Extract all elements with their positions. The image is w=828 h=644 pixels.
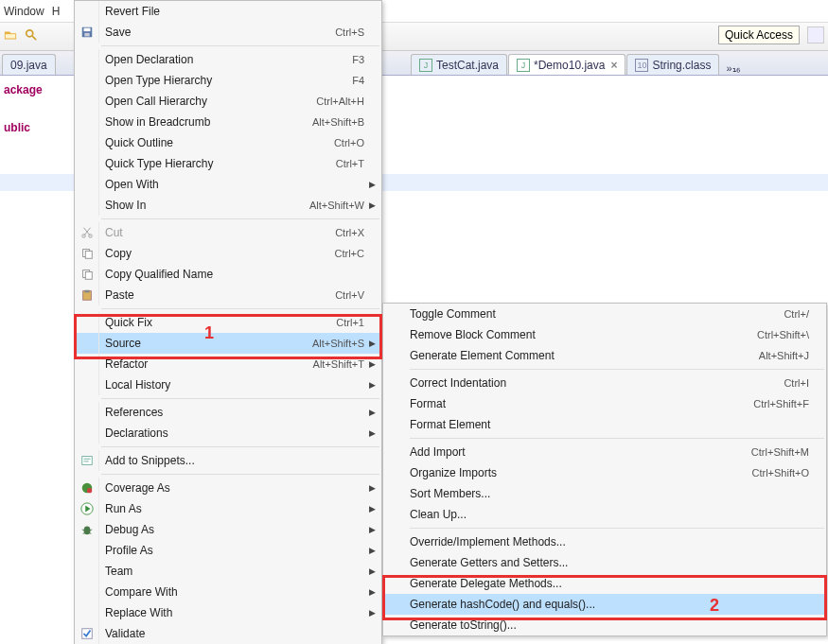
menu-item-toggle-comment[interactable]: Toggle CommentCtrl+/: [383, 304, 826, 324]
menu-item-generate-delegate-methods[interactable]: Generate Delegate Methods...: [383, 573, 826, 594]
menu-item-clean-up[interactable]: Clean Up...: [383, 504, 826, 525]
svg-rect-10: [85, 251, 92, 258]
save-icon: [75, 22, 99, 43]
menu-item-organize-imports[interactable]: Organize ImportsCtrl+Shift+O: [383, 462, 826, 483]
menu-shortcut: Alt+Shift+B: [312, 116, 381, 128]
menu-item-save[interactable]: SaveCtrl+S: [75, 22, 381, 43]
menu-item-refactor[interactable]: RefactorAlt+Shift+T▶: [75, 354, 381, 374]
menu-label: Compare With: [99, 585, 381, 599]
tabs-overflow[interactable]: »₁₆: [720, 62, 745, 75]
menu-item-validate[interactable]: Validate: [75, 623, 381, 644]
menu-help[interactable]: H: [52, 5, 61, 18]
quick-access[interactable]: Quick Access: [718, 26, 800, 44]
svg-rect-14: [84, 290, 89, 293]
menu-item-debug-as[interactable]: Debug As▶: [75, 519, 381, 540]
menu-window[interactable]: Window: [4, 5, 44, 18]
submenu-arrow-icon: ▶: [369, 546, 376, 555]
menu-item-format-element[interactable]: Format Element: [383, 414, 826, 435]
menu-item-profile-as[interactable]: Profile As▶: [75, 540, 381, 561]
tab-label: TestCat.java: [436, 59, 499, 72]
debug-icon: [75, 519, 99, 540]
menu-label: Format Element: [404, 418, 826, 431]
menu-item-declarations[interactable]: Declarations▶: [75, 423, 381, 444]
tab-demo10[interactable]: J*Demo10.java×: [508, 54, 625, 75]
tab-label: *Demo10.java: [534, 59, 605, 72]
menu-item-add-to-snippets[interactable]: Add to Snippets...: [75, 450, 381, 471]
menu-item-copy-qualified-name[interactable]: Copy Qualified Name: [75, 264, 381, 285]
menu-item-open-type-hierarchy[interactable]: Open Type HierarchyF4: [75, 70, 381, 91]
menu-label: Override/Implement Methods...: [404, 535, 826, 548]
menu-item-compare-with[interactable]: Compare With▶: [75, 582, 381, 602]
menu-item-generate-getters-and-setters[interactable]: Generate Getters and Setters...: [383, 552, 826, 573]
open-icon[interactable]: [4, 28, 21, 45]
menu-item-show-in-breadcrumb[interactable]: Show in BreadcrumbAlt+Shift+B: [75, 112, 381, 132]
menu-item-team[interactable]: Team▶: [75, 561, 381, 582]
menu-item-open-with[interactable]: Open With▶: [75, 174, 381, 195]
menu-item-copy[interactable]: CopyCtrl+C: [75, 243, 381, 264]
menu-shortcut: Ctrl+Alt+H: [316, 96, 381, 107]
submenu-arrow-icon: ▶: [369, 566, 376, 576]
menu-item-override-implement-methods[interactable]: Override/Implement Methods...: [383, 531, 826, 552]
search-icon[interactable]: [25, 28, 42, 45]
menu-item-local-history[interactable]: Local History▶: [75, 374, 381, 395]
menu-item-paste[interactable]: PasteCtrl+V: [75, 285, 381, 305]
menu-item-replace-with[interactable]: Replace With▶: [75, 602, 381, 623]
menu-label: Correct Indentation: [404, 376, 784, 390]
source-submenu: Toggle CommentCtrl+/Remove Block Comment…: [382, 303, 827, 636]
menu-item-add-import[interactable]: Add ImportCtrl+Shift+M: [383, 442, 826, 462]
menu-label: Toggle Comment: [404, 307, 784, 321]
menu-item-generate-tostring[interactable]: Generate toString()...: [383, 615, 826, 635]
menu-item-run-as[interactable]: Run As▶: [75, 498, 381, 519]
menu-item-sort-members[interactable]: Sort Members...: [383, 483, 826, 504]
menu-item-references[interactable]: References▶: [75, 402, 381, 423]
submenu-arrow-icon: ▶: [369, 504, 376, 513]
menu-label: Show in Breadcrumb: [99, 115, 312, 129]
menu-label: Debug As: [99, 523, 381, 536]
menu-label: References: [99, 406, 381, 419]
menu-item-correct-indentation[interactable]: Correct IndentationCtrl+I: [383, 373, 826, 393]
menu-item-remove-block-comment[interactable]: Remove Block CommentCtrl+Shift+\: [383, 324, 826, 345]
menu-label: Quick Outline: [99, 136, 334, 149]
menu-item-source[interactable]: SourceAlt+Shift+S▶: [75, 333, 381, 354]
blank-icon: [75, 70, 99, 91]
menu-item-quick-fix[interactable]: Quick FixCtrl+1: [75, 312, 381, 333]
menu-label: Generate toString()...: [404, 618, 826, 632]
coverage-icon: [75, 478, 99, 498]
perspective-icon[interactable]: [807, 26, 824, 44]
menu-item-open-declaration[interactable]: Open DeclarationF3: [75, 49, 381, 70]
menu-shortcut: Ctrl+Shift+O: [751, 467, 826, 479]
svg-rect-3: [83, 28, 90, 32]
menu-label: Quick Type Hierarchy: [99, 157, 336, 170]
menu-label: Add Import: [404, 445, 751, 459]
close-icon[interactable]: ×: [610, 59, 617, 72]
tab-string[interactable]: 10String.class: [626, 54, 719, 75]
keyword: ackage: [4, 83, 43, 96]
blank-icon: [75, 195, 99, 216]
submenu-arrow-icon: ▶: [369, 587, 376, 597]
menu-shortcut: Ctrl+Shift+\: [757, 329, 826, 340]
tab-left[interactable]: 09.java: [2, 54, 56, 75]
menu-item-show-in[interactable]: Show InAlt+Shift+W▶: [75, 195, 381, 216]
menu-item-cut[interactable]: CutCtrl+X: [75, 222, 381, 243]
blank-icon: [75, 312, 99, 333]
menu-item-quick-type-hierarchy[interactable]: Quick Type HierarchyCtrl+T: [75, 153, 381, 174]
menu-item-generate-element-comment[interactable]: Generate Element CommentAlt+Shift+J: [383, 345, 826, 366]
menu-item-format[interactable]: FormatCtrl+Shift+F: [383, 393, 826, 414]
menu-label: Sort Members...: [404, 487, 826, 500]
menu-label: Open Declaration: [99, 53, 352, 66]
menu-label: Generate Delegate Methods...: [404, 577, 826, 590]
menu-shortcut: Alt+Shift+J: [759, 350, 826, 361]
menu-label: Generate Getters and Setters...: [404, 556, 826, 569]
menu-item-revert-file[interactable]: Revert File: [75, 1, 381, 22]
menu-item-coverage-as[interactable]: Coverage As▶: [75, 478, 381, 498]
blank-icon: [75, 602, 99, 623]
menu-label: Replace With: [99, 606, 381, 619]
menu-shortcut: Ctrl+C: [335, 248, 381, 259]
submenu-arrow-icon: ▶: [369, 380, 376, 390]
menu-item-quick-outline[interactable]: Quick OutlineCtrl+O: [75, 132, 381, 153]
menu-item-generate-hashcode-and-equals[interactable]: Generate hashCode() and equals()...: [383, 594, 826, 615]
tab-testcat[interactable]: JTestCat.java: [411, 54, 507, 75]
menu-shortcut: Ctrl+T: [336, 158, 381, 169]
submenu-arrow-icon: ▶: [369, 180, 376, 189]
menu-item-open-call-hierarchy[interactable]: Open Call HierarchyCtrl+Alt+H: [75, 91, 381, 112]
